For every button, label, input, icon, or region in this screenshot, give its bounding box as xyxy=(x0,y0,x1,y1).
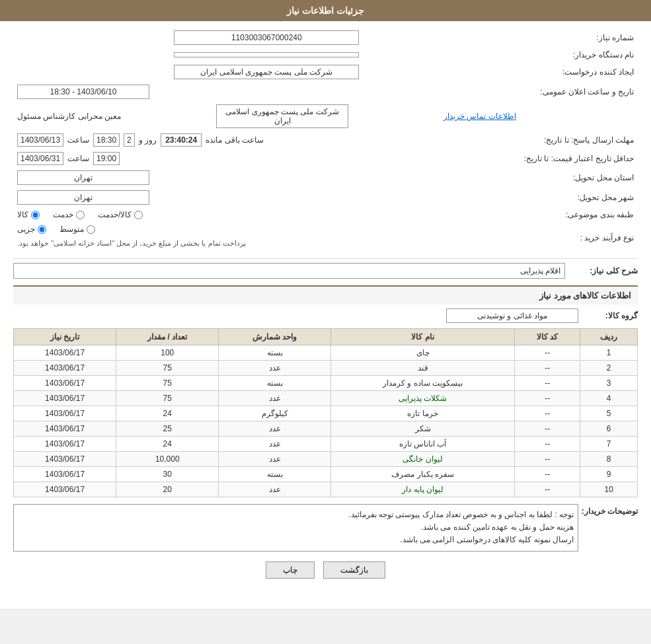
tabaghebandi-row: کالا/خدمت خدمت کالا xyxy=(13,207,520,222)
cell-kod: -- xyxy=(515,361,580,376)
nam-dastgah-input xyxy=(174,52,359,57)
cell-kod: -- xyxy=(515,391,580,406)
mohlat-date-input: 1403/06/13 xyxy=(17,133,63,147)
radio-kala-khadamat[interactable]: کالا/خدمت xyxy=(98,210,143,219)
nam-dastgah-value xyxy=(13,48,520,62)
mohlat-label: مهلت ارسال پاسخ: تا تاریخ: xyxy=(520,131,638,149)
chap-button[interactable]: چاپ xyxy=(266,561,315,579)
cell-kod: -- xyxy=(515,482,580,497)
kala-khadamat-label: کالا/خدمت xyxy=(98,210,132,219)
motevaset-label: متوسط xyxy=(59,225,84,234)
hadag-label: حداقل تاریخ اعتبار قیمت: تا تاریخ: xyxy=(520,149,638,168)
group-kala-label: گروه کالا: xyxy=(585,311,638,320)
cell-radif: 8 xyxy=(580,452,638,467)
cell-vahed: بسته xyxy=(219,467,331,482)
cell-radif: 5 xyxy=(580,406,638,421)
col-kod: کد کالا xyxy=(515,329,580,345)
radio-motevaset[interactable]: متوسط xyxy=(59,225,95,234)
cell-radif: 7 xyxy=(580,437,638,452)
ostan-input: تهران xyxy=(17,170,149,185)
cell-tarikh: 1403/06/17 xyxy=(14,345,116,361)
notes-line: ارسال نمونه کلیه کالاهای درخواستی الزامی… xyxy=(18,534,574,546)
radio-jozei[interactable]: جزیی xyxy=(17,225,46,234)
cell-name: لیوان خانگی xyxy=(331,452,515,467)
cell-radif: 3 xyxy=(580,376,638,391)
table-row: 8 -- لیوان خانگی عدد 10,000 1403/06/17 xyxy=(14,452,638,467)
page-header: جزئیات اطلاعات نیاز xyxy=(0,0,651,21)
buttons-row: بازگشت چاپ xyxy=(13,561,638,579)
cell-tarikh: 1403/06/17 xyxy=(14,376,116,391)
cell-tarikh: 1403/06/17 xyxy=(14,406,116,421)
radio-motevaset-input[interactable] xyxy=(87,225,95,234)
cell-vahed: عدد xyxy=(219,421,331,437)
cell-kod: -- xyxy=(515,376,580,391)
countdown-suffix: ساعت باقی مانده xyxy=(206,135,264,145)
cell-vahed: بسته xyxy=(219,345,331,361)
cell-tedad: 24 xyxy=(116,406,219,421)
noefar-label: نوع فرآیند خرید : xyxy=(520,222,638,253)
col-vahed: واحد شمارش xyxy=(219,329,331,345)
bazgasht-button[interactable]: بازگشت xyxy=(323,561,385,579)
cell-tedad: 24 xyxy=(116,437,219,452)
table-row: 2 -- قند عدد 75 1403/06/17 xyxy=(14,361,638,376)
moeen-text: معین محرابی کارشناس مسئول xyxy=(17,112,121,121)
notes-section: توضیحات خریدار: توجه : لطفا به اجناس و ب… xyxy=(13,504,638,552)
cell-name: خرما تازه xyxy=(331,406,515,421)
cell-tarikh: 1403/06/17 xyxy=(14,361,116,376)
radio-jozei-input[interactable] xyxy=(38,225,46,234)
mohlat-time-input: 18:30 xyxy=(93,133,120,147)
radio-khadamat[interactable]: خدمت xyxy=(53,210,85,219)
table-row: 9 -- سفره یکبار مصرف بسته 30 1403/06/17 xyxy=(14,467,638,482)
cell-vahed: بسته xyxy=(219,376,331,391)
radio-kala-khadamat-input[interactable] xyxy=(134,211,143,219)
hadag-saat-label: ساعت xyxy=(67,154,89,163)
cell-tedad: 20 xyxy=(116,482,219,497)
cell-radif: 2 xyxy=(580,361,638,376)
hadag-date-input: 1403/06/31 xyxy=(17,152,63,165)
cell-tarikh: 1403/06/17 xyxy=(14,452,116,467)
main-content: شماره نیاز: 1103003067000240 نام دستگاه … xyxy=(0,21,651,595)
radio-kala-input[interactable] xyxy=(31,211,40,219)
notes-line: هزینه حمل و نقل به عهده تامین کننده می ب… xyxy=(18,521,574,534)
header-title: جزئیات اطلاعات نیاز xyxy=(287,5,364,16)
shomare-niaz-input: 1103003067000240 xyxy=(174,30,359,45)
radio-khadamat-input[interactable] xyxy=(76,211,85,219)
cell-name: سفره یکبار مصرف xyxy=(331,467,515,482)
cell-vahed: عدد xyxy=(219,437,331,452)
notes-label: توضیحات خریدار: xyxy=(585,504,638,516)
shahr-value: تهران xyxy=(13,188,520,207)
cell-kod: -- xyxy=(515,406,580,421)
etelaat-tamas-link[interactable]: اطلاعات تماس خریدار xyxy=(443,112,516,121)
cell-name: شکلات پذیرایی xyxy=(331,391,515,406)
table-row: 10 -- لیوان پایه دار عدد 20 1403/06/17 xyxy=(14,482,638,497)
cell-tedad: 30 xyxy=(116,467,219,482)
noefar-row: متوسط جزیی پرداخت تمام یا بخشی از مبلغ خ… xyxy=(13,222,520,253)
cell-name: قند xyxy=(331,361,515,376)
mohlat-row: ساعت باقی مانده 23:40:24 روز و 2 18:30 س… xyxy=(13,131,520,149)
cell-kod: -- xyxy=(515,467,580,482)
col-tarikh: تاریخ نیاز xyxy=(14,329,116,345)
cell-vahed: کیلوگرم xyxy=(219,406,331,421)
cell-kod: -- xyxy=(515,421,580,437)
shomare-niaz-value: 1103003067000240 xyxy=(13,28,520,48)
ijad-konande-label: ایجاد کننده درخواست: xyxy=(520,62,638,82)
info-table: شماره نیاز: 1103003067000240 نام دستگاه … xyxy=(13,28,638,253)
cell-vahed: عدد xyxy=(219,482,331,497)
cell-radif: 10 xyxy=(580,482,638,497)
sherh-input: اقلام پذیرایی xyxy=(13,263,565,279)
col-name: نام کالا xyxy=(331,329,515,345)
nam-dastgah-label: نام دستگاه خریدار: xyxy=(520,48,638,62)
hadag-time-input: 19:00 xyxy=(93,152,120,165)
kala-label: کالا xyxy=(17,210,28,219)
radio-kala[interactable]: کالا xyxy=(17,210,40,219)
cell-tarikh: 1403/06/17 xyxy=(14,482,116,497)
table-row: 1 -- چای بسته 100 1403/06/17 xyxy=(14,345,638,361)
cell-radif: 6 xyxy=(580,421,638,437)
moeen-row: اطلاعات تماس خریدار شرکت ملی پست جمهوری … xyxy=(13,102,520,131)
table-row: 6 -- شکر عدد 25 1403/06/17 xyxy=(14,421,638,437)
cell-name: لیوان پایه دار xyxy=(331,482,515,497)
empty-label xyxy=(520,102,638,131)
notes-box: توجه : لطفا به اجناس و به خصوص تعداد مدا… xyxy=(13,504,578,552)
cell-kod: -- xyxy=(515,437,580,452)
hadag-row: 19:00 ساعت 1403/06/31 xyxy=(13,149,520,168)
